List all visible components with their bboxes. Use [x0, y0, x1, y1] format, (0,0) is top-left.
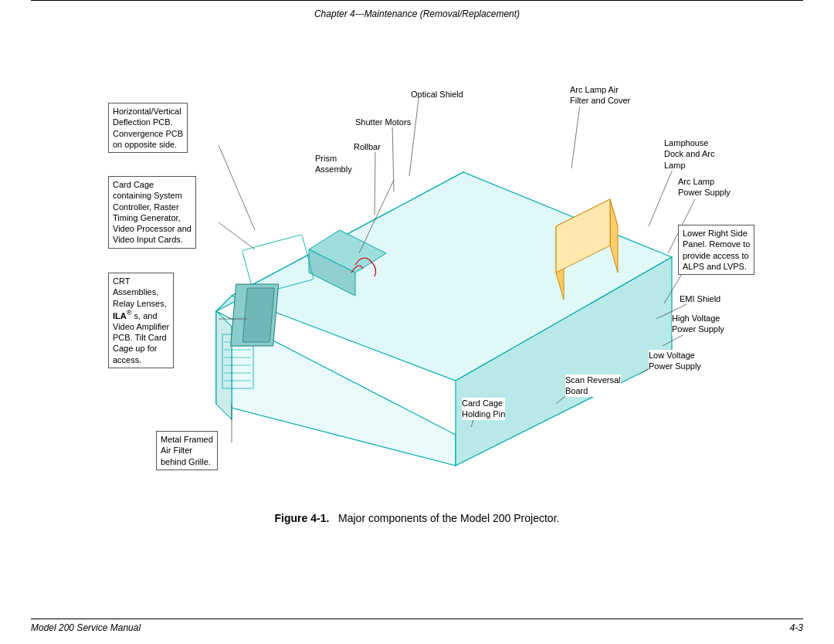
svg-line-22 — [409, 99, 419, 176]
label-emi-shield: EMI Shield — [680, 293, 720, 304]
svg-line-25 — [375, 151, 375, 215]
svg-rect-21 — [242, 288, 274, 342]
label-horiz-vert: Horizontal/VerticalDeflection PCB.Conver… — [108, 103, 188, 153]
diagram-area: Optical Shield Arc Lamp AirFilter and Co… — [31, 25, 803, 504]
label-lower-right-panel: Lower Right SidePanel. Remove toprovide … — [678, 225, 754, 275]
footer-right: 4-3 — [790, 622, 803, 633]
label-shutter-motors: Shutter Motors — [355, 117, 411, 127]
label-metal-framed: Metal FramedAir Filterbehind Grille. — [156, 431, 218, 470]
label-prism-assembly: PrismAssembly — [315, 153, 352, 175]
figure-text: Major components of the Model 200 Projec… — [338, 512, 559, 524]
figure-number: Figure 4-1. — [275, 512, 330, 524]
svg-line-38 — [219, 145, 255, 230]
page-header: Chapter 4---Maintenance (Removal/Replace… — [31, 4, 803, 22]
footer-left: Model 200 Service Manual — [31, 622, 141, 633]
label-arc-lamp-power: Arc LampPower Supply — [678, 176, 731, 198]
chapter-title: Chapter 4---Maintenance (Removal/Replace… — [314, 8, 520, 19]
header-rule-top — [31, 0, 803, 1]
figure-caption: Figure 4-1. Major components of the Mode… — [31, 510, 803, 527]
label-arc-lamp-filter: Arc Lamp AirFilter and Cover — [570, 84, 630, 107]
label-optical-shield: Optical Shield — [411, 89, 463, 100]
footer-content: Model 200 Service Manual 4-3 — [31, 619, 803, 636]
page-container: Chapter 4---Maintenance (Removal/Replace… — [0, 0, 834, 644]
page-footer: Model 200 Service Manual 4-3 — [31, 615, 803, 636]
label-lamphouse: LamphouseDock and ArcLamp — [664, 137, 714, 171]
label-rollbar: Rollbar — [354, 141, 381, 152]
label-scan-reversal: Scan ReversalBoard — [565, 375, 621, 397]
label-low-voltage: Low VoltagePower Supply — [649, 350, 701, 372]
label-crt-assemblies: CRTAssemblies,Relay Lenses,ILA® s, andVi… — [108, 273, 174, 368]
label-high-voltage: High VoltagePower Supply — [672, 313, 724, 335]
label-card-cage-holding: Card CageHolding Pin — [462, 398, 505, 420]
label-card-cage-system: Card Cagecontaining SystemController, Ra… — [108, 176, 196, 249]
svg-line-23 — [571, 99, 581, 168]
svg-line-37 — [219, 222, 255, 249]
